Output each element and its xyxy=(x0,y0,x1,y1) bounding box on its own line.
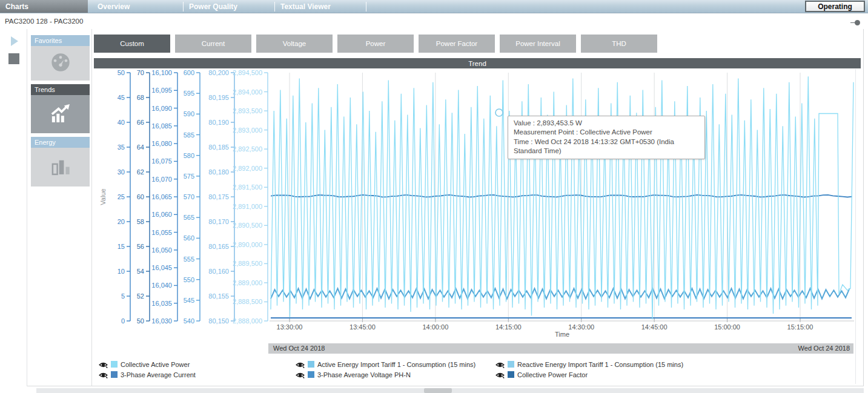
y-tick-label: 600 xyxy=(184,69,194,76)
visibility-eye-icon[interactable] xyxy=(99,360,108,368)
y-tick-label: 540 xyxy=(184,317,194,325)
y-tick-label: 2,891,000 xyxy=(233,203,262,210)
tab-custom[interactable]: Custom xyxy=(94,35,170,53)
tooltip-value: Value : 2,893,453.5 W xyxy=(514,119,699,128)
legend-item: 3-Phase Average Voltage PH-N xyxy=(296,371,475,378)
y-tick-label: 2,892,500 xyxy=(233,145,262,153)
y-tick-label: 66 xyxy=(137,119,144,126)
sidebar-item-label: Energy xyxy=(31,137,90,148)
y-tick-label: 60 xyxy=(137,193,144,200)
visibility-eye-icon[interactable] xyxy=(495,360,505,368)
sidebar-item-energy[interactable]: Energy xyxy=(31,137,90,187)
visibility-eye-icon[interactable] xyxy=(296,360,305,368)
tab-voltage[interactable]: Voltage xyxy=(256,35,333,53)
tab-power-interval[interactable]: Power Interval xyxy=(500,35,576,53)
legend-label: Reactive Energy Import Tariff 1 - Consum… xyxy=(517,361,683,368)
y-tick-label: 30 xyxy=(118,168,125,176)
y-tick-label: 16,055 xyxy=(151,229,172,236)
date-range-start: Wed Oct 24 2018 xyxy=(273,345,325,352)
y-tick-label: 68 xyxy=(137,94,144,101)
y-tick-label: 80,175 xyxy=(208,193,229,200)
legend-column: Collective Active Power 3-Phase Average … xyxy=(99,360,196,378)
y-tick-label: 35 xyxy=(118,144,125,151)
tab-power-factor[interactable]: Power Factor xyxy=(419,35,495,53)
y-tick-label: 5 xyxy=(121,292,125,300)
tab-current[interactable]: Current xyxy=(175,35,251,53)
operating-button[interactable]: Operating xyxy=(805,1,865,12)
x-tick-label: 15:00:00 xyxy=(714,323,740,331)
y-tick-label: 20 xyxy=(118,218,125,225)
y-tick-label: 54 xyxy=(137,268,144,275)
nav-separator xyxy=(366,2,366,12)
y-tick-label: 16,095 xyxy=(151,87,172,94)
horizontal-scrollbar[interactable] xyxy=(36,388,864,393)
legend-label: Active Energy Import Tariff 1 - Consumpt… xyxy=(317,361,475,368)
y-tick-label: 2,893,000 xyxy=(233,127,262,134)
y-tick-label: 16,100 xyxy=(151,69,172,76)
y-tick-label: 16,060 xyxy=(151,211,172,218)
x-tick-label: 13:30:00 xyxy=(277,323,303,331)
visibility-eye-icon[interactable] xyxy=(99,371,108,378)
legend-swatch xyxy=(111,361,118,368)
gauge-icon xyxy=(49,52,72,75)
x-axis-title: Time xyxy=(555,331,569,338)
tooltip-time: Time : Wed Oct 24 2018 14:13:32 GMT+0530… xyxy=(514,137,699,156)
y-tick-label: 16,065 xyxy=(151,193,172,200)
y-tick-label: 16,035 xyxy=(151,300,172,307)
y-tick-label: 595 xyxy=(184,90,194,97)
x-tick-label: 15:15:00 xyxy=(787,323,813,331)
scrollbar-thumb[interactable] xyxy=(424,388,452,393)
nav-tab-charts[interactable]: Charts xyxy=(0,0,88,13)
y-tick-label: 80,160 xyxy=(208,268,229,275)
sidebar-item-favorites[interactable]: Favorites xyxy=(31,35,90,81)
legend-label: 3-Phase Average Voltage PH-N xyxy=(317,371,411,378)
y-tick-label: 80,170 xyxy=(208,218,229,225)
y-tick-label: 56 xyxy=(137,243,144,250)
date-range-bar[interactable]: Wed Oct 24 2018 Wed Oct 24 2018 xyxy=(268,343,853,354)
y-tick-label: 2,889,500 xyxy=(233,260,262,267)
legend-item: Collective Power Factor xyxy=(495,371,683,378)
series-3phase-average-current xyxy=(271,288,850,299)
y-tick-label: 80,180 xyxy=(208,168,229,176)
sidebar-item-label: Favorites xyxy=(31,35,90,46)
x-tick-label: 14:45:00 xyxy=(641,323,668,331)
y-tick-label: 2,889,000 xyxy=(233,279,262,286)
trend-icon xyxy=(48,103,73,126)
legend-swatch xyxy=(111,371,118,378)
stop-square-icon[interactable] xyxy=(8,53,19,64)
hover-marker[interactable] xyxy=(495,109,503,116)
legend-column: Active Energy Import Tariff 1 - Consumpt… xyxy=(296,360,475,378)
visibility-eye-icon[interactable] xyxy=(296,371,305,378)
sidebar-item-trends[interactable]: Trends xyxy=(31,84,90,133)
y-tick-label: 50 xyxy=(118,69,125,76)
y-tick-label: 52 xyxy=(137,292,144,300)
nav-tab-power-quality[interactable]: Power Quality xyxy=(184,0,274,13)
chart-tooltip: Value : 2,893,453.5 W Measurement Point … xyxy=(508,116,705,159)
y-tick-label: 16,030 xyxy=(151,317,172,325)
y-tick-label: 2,890,500 xyxy=(233,222,262,229)
trend-chart[interactable]: 13:30:0013:45:0014:00:0014:15:0014:30:00… xyxy=(94,68,861,339)
date-range-end: Wed Oct 24 2018 xyxy=(798,345,850,352)
nav-tab-overview[interactable]: Overview xyxy=(92,0,183,13)
visibility-eye-icon[interactable] xyxy=(495,371,505,378)
y-tick-label: 2,890,000 xyxy=(233,241,262,248)
pin-icon[interactable] xyxy=(850,20,860,25)
y-tick-label: 80,155 xyxy=(208,292,229,300)
y-tick-label: 64 xyxy=(137,144,144,151)
y-tick-label: 80,150 xyxy=(208,317,229,325)
panel-border xyxy=(863,29,864,386)
tab-thd[interactable]: THD xyxy=(581,35,657,53)
tab-power[interactable]: Power xyxy=(337,35,414,53)
panel-border xyxy=(91,29,92,386)
x-tick-label: 13:45:00 xyxy=(350,323,376,331)
breadcrumb-row: PAC3200 128 - PAC3200 xyxy=(0,13,868,29)
expand-arrow-icon[interactable] xyxy=(11,36,18,46)
y-tick-label: 580 xyxy=(184,152,194,159)
y-tick-label: 2,893,500 xyxy=(233,107,262,114)
y-tick-label: 25 xyxy=(118,193,125,200)
y-tick-label: 16,080 xyxy=(151,140,172,147)
nav-tab-textual-viewer[interactable]: Textual Viewer xyxy=(275,0,366,13)
y-tick-label: 565 xyxy=(184,214,194,221)
legend-label: 3-Phase Average Current xyxy=(121,371,196,378)
legend-swatch xyxy=(308,361,314,368)
